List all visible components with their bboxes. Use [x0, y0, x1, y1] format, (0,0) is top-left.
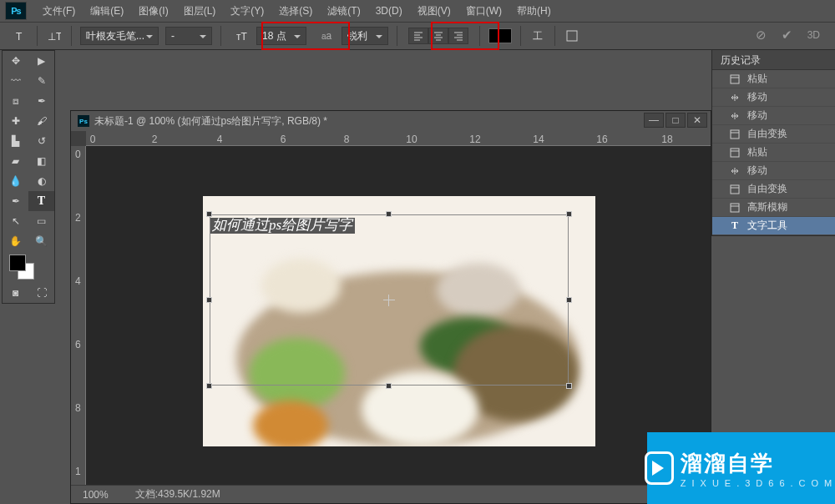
menu-view[interactable]: 视图(V)	[410, 4, 458, 18]
zoom-level[interactable]: 100%	[83, 489, 109, 501]
zoom-tool[interactable]: 🔍	[28, 231, 54, 251]
menu-bar: Ps 文件(F) 编辑(E) 图像(I) 图层(L) 文字(Y) 选择(S) 滤…	[0, 0, 835, 22]
hand-tool[interactable]: ✋	[3, 231, 28, 251]
svg-rect-13	[731, 204, 739, 212]
play-icon	[645, 451, 674, 485]
tool-preset-icon[interactable]: T	[12, 28, 28, 44]
quick-select-tool[interactable]: ✎	[28, 71, 54, 91]
font-family-value: 叶根友毛笔...	[86, 29, 144, 43]
foreground-color[interactable]	[9, 255, 26, 271]
transform-handle[interactable]	[386, 383, 392, 389]
font-style-combo[interactable]: -	[165, 27, 212, 45]
lasso-tool[interactable]: 〰	[3, 71, 28, 91]
history-item[interactable]: T文字工具	[712, 217, 835, 235]
svg-rect-4	[567, 31, 577, 41]
menu-file[interactable]: 文件(F)	[35, 4, 83, 18]
history-item-label: 移动	[747, 164, 767, 178]
menu-image[interactable]: 图像(I)	[131, 4, 175, 18]
transform-handle[interactable]	[206, 211, 212, 217]
menu-select[interactable]: 选择(S)	[271, 4, 320, 18]
document-titlebar[interactable]: Ps 未标题-1 @ 100% (如何通过ps给图片写字, RGB/8) * —…	[71, 111, 711, 131]
pen-tool[interactable]: ✒	[3, 191, 28, 211]
shape-tool[interactable]: ▭	[28, 211, 54, 231]
text-color-chip[interactable]	[488, 28, 512, 43]
ruler-horizontal[interactable]: 0 2 4 6 8 10 12 14 16 18	[86, 131, 711, 146]
gradient-tool[interactable]: ◧	[28, 151, 54, 171]
history-item[interactable]: 移动	[712, 88, 835, 107]
font-size-icon: тT	[235, 28, 251, 44]
brush-tool[interactable]: 🖌	[28, 111, 54, 131]
history-item[interactable]: 自由变换	[712, 125, 835, 144]
type-tool[interactable]: T	[28, 191, 54, 211]
history-item[interactable]: 粘贴	[712, 70, 835, 88]
menu-filter[interactable]: 滤镜(T)	[320, 4, 367, 18]
trans-icon	[729, 129, 741, 140]
font-family-combo[interactable]: 叶根友毛笔...	[80, 27, 159, 45]
history-item-label: 粘贴	[747, 145, 767, 159]
transform-handle[interactable]	[566, 383, 572, 389]
dodge-tool[interactable]: ◐	[28, 171, 54, 191]
3d-button[interactable]: 3D	[807, 29, 820, 41]
orientation-icon[interactable]: ⊥T	[46, 28, 63, 44]
transform-handle[interactable]	[386, 211, 392, 217]
aa-label-icon: aa	[318, 28, 335, 44]
options-bar: T ⊥T 叶根友毛笔... - тT 18 点 aa 锐利 工 ⊘ ✔ 3D	[0, 22, 835, 50]
font-style-value: -	[171, 30, 175, 42]
canvas-area[interactable]: 如何通过ps给图片写字	[86, 146, 711, 485]
menu-3d[interactable]: 3D(D)	[368, 5, 410, 17]
transform-handle[interactable]	[566, 211, 572, 217]
cancel-icon[interactable]: ⊘	[756, 28, 767, 43]
history-item-label: 移动	[747, 108, 767, 123]
blur-tool[interactable]: 💧	[3, 171, 28, 191]
eyedropper-tool[interactable]: ✒	[28, 91, 54, 111]
history-item[interactable]: 高斯模糊	[712, 199, 835, 217]
history-item[interactable]: 移动	[712, 107, 835, 125]
anti-alias-combo[interactable]: 锐利	[342, 27, 388, 45]
menu-edit[interactable]: 编辑(E)	[83, 4, 131, 18]
history-item-label: 自由变换	[747, 182, 787, 196]
screen-mode-tool[interactable]: ⛶	[28, 283, 54, 303]
warp-text-icon[interactable]: 工	[529, 28, 546, 44]
color-swatches[interactable]	[3, 251, 54, 283]
quickmask-tool[interactable]: ◙	[3, 283, 28, 303]
history-tab[interactable]: 历史记录	[712, 50, 835, 70]
transform-handle[interactable]	[206, 297, 212, 303]
transform-handle[interactable]	[566, 297, 572, 303]
eraser-tool[interactable]: ▰	[3, 151, 28, 171]
commit-icon[interactable]: ✔	[782, 28, 792, 43]
chevron-down-icon	[197, 31, 209, 43]
menu-help[interactable]: 帮助(H)	[509, 4, 559, 18]
commit-group: ⊘ ✔ 3D	[756, 28, 820, 43]
transform-center[interactable]	[383, 295, 395, 306]
history-item[interactable]: 粘贴	[712, 144, 835, 162]
history-item-label: 文字工具	[747, 219, 787, 233]
align-right-button[interactable]	[448, 28, 468, 44]
history-item[interactable]: 移动	[712, 162, 835, 180]
history-brush-tool[interactable]: ↺	[28, 131, 54, 151]
paste-icon	[729, 73, 741, 85]
maximize-button[interactable]: □	[665, 113, 686, 128]
align-left-button[interactable]	[408, 28, 428, 44]
ruler-vertical[interactable]: 0 2 4 6 8 1	[71, 146, 86, 485]
svg-rect-11	[731, 185, 739, 194]
transform-handle[interactable]	[206, 383, 212, 389]
menu-text[interactable]: 文字(Y)	[223, 4, 271, 18]
menu-window[interactable]: 窗口(W)	[458, 4, 509, 18]
font-size-combo[interactable]: 18 点	[256, 27, 306, 45]
menu-layer[interactable]: 图层(L)	[176, 4, 224, 18]
svg-text:T: T	[16, 31, 23, 42]
app-logo: Ps	[5, 2, 27, 20]
character-panel-icon[interactable]	[564, 28, 580, 44]
stamp-tool[interactable]: ▙	[3, 131, 28, 151]
align-center-button[interactable]	[428, 28, 448, 44]
path-select-tool[interactable]: ▶	[28, 51, 54, 71]
direct-select-tool[interactable]: ↖	[3, 211, 28, 231]
transform-bounding-box[interactable]	[210, 214, 569, 386]
minimize-button[interactable]: —	[644, 113, 664, 128]
move-tool[interactable]: ✥	[3, 51, 28, 71]
canvas[interactable]: 如何通过ps给图片写字	[203, 196, 595, 446]
crop-tool[interactable]: ⧈	[3, 91, 28, 111]
history-item[interactable]: 自由变换	[712, 180, 835, 199]
heal-tool[interactable]: ✚	[3, 111, 28, 131]
close-button[interactable]: ✕	[687, 113, 707, 128]
